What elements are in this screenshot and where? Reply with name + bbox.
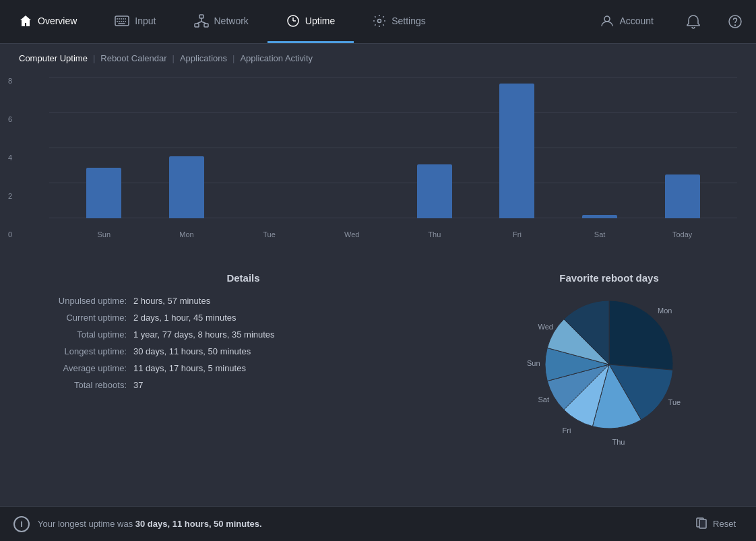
- bar-group-fri: [476, 84, 559, 218]
- pie-title: Favorite reboot days: [559, 272, 659, 284]
- y-label-0: 0: [8, 230, 15, 238]
- detail-label-0: Unpulsed uptime:: [32, 296, 127, 306]
- settings-icon: [373, 14, 386, 28]
- nav-help-button[interactable]: [714, 0, 756, 43]
- nav-overview-label: Overview: [38, 15, 77, 26]
- bar-sun: [86, 168, 121, 218]
- x-labels: SunMonTueWedThuFriSatToday: [49, 230, 737, 238]
- reset-icon: [695, 517, 707, 532]
- chart-area: SunMonTueWedThuFriSatToday: [49, 77, 737, 238]
- svg-line-16: [197, 22, 201, 24]
- keyboard-icon: [115, 15, 129, 26]
- svg-point-22: [604, 16, 610, 22]
- breadcrumb-item-0[interactable]: Computer Uptime: [19, 53, 88, 63]
- nav-notify-button[interactable]: [672, 0, 714, 43]
- bar-thu: [417, 164, 452, 218]
- svg-rect-14: [204, 24, 208, 27]
- detail-value-1: 2 days, 1 hour, 45 minutes: [133, 313, 236, 323]
- detail-label-3: Longest uptime:: [32, 346, 127, 356]
- detail-label-1: Current uptime:: [32, 313, 127, 323]
- home-icon: [19, 14, 32, 28]
- nav-settings-label: Settings: [391, 15, 426, 26]
- x-label-fri: Fri: [476, 230, 559, 238]
- nav-input[interactable]: Input: [96, 0, 175, 43]
- nav-uptime[interactable]: Uptime: [267, 0, 354, 43]
- x-label-tue: Tue: [228, 230, 311, 238]
- nav-network[interactable]: Network: [175, 0, 267, 43]
- nav-overview[interactable]: Overview: [0, 0, 96, 43]
- top-nav: Overview Input: [0, 0, 756, 44]
- svg-line-17: [201, 22, 206, 24]
- svg-rect-12: [199, 15, 203, 18]
- breadcrumb-item-2[interactable]: Applications: [180, 53, 227, 63]
- pie-label-sat: Sat: [538, 395, 549, 404]
- detail-row-3: Longest uptime:30 days, 11 hours, 50 min…: [32, 346, 454, 356]
- bar-fri: [499, 84, 534, 218]
- detail-value-2: 1 year, 77 days, 8 hours, 35 minutes: [133, 329, 275, 340]
- x-label-thu: Thu: [393, 230, 476, 238]
- detail-row-4: Average uptime:11 days, 17 hours, 5 minu…: [32, 363, 454, 373]
- breadcrumb-sep-2: |: [232, 53, 234, 63]
- detail-label-4: Average uptime:: [32, 363, 127, 373]
- detail-row-1: Current uptime:2 days, 1 hour, 45 minute…: [32, 313, 454, 323]
- y-axis: 8 6 4 2 0: [0, 77, 15, 238]
- network-icon: [194, 14, 209, 28]
- nav-input-label: Input: [135, 15, 156, 26]
- pie-label-wed: Wed: [538, 323, 553, 331]
- detail-row-5: Total reboots:37: [32, 380, 454, 390]
- nav-right: Account: [581, 0, 756, 43]
- reset-label: Reset: [713, 519, 736, 529]
- main-content: 8 6 4 2 0 SunMonTueWedThuFriSatToday: [0, 70, 756, 506]
- pie-chart: TueMonThuFriSatSunWed: [535, 290, 683, 439]
- detail-label-5: Total reboots:: [32, 380, 127, 390]
- pie-label-thu: Thu: [612, 438, 625, 446]
- breadcrumb-sep-0: |: [93, 53, 95, 63]
- y-label-4: 4: [8, 154, 15, 162]
- svg-rect-26: [699, 519, 706, 528]
- svg-point-21: [378, 19, 381, 22]
- pie-label-fri: Fri: [563, 426, 571, 435]
- svg-point-24: [735, 25, 736, 26]
- detail-value-5: 37: [133, 380, 143, 390]
- info-icon: i: [13, 516, 30, 532]
- footer-text-bold: 30 days, 11 hours, 50 minutes.: [135, 519, 262, 529]
- footer-text-static: Your longest uptime was: [38, 519, 135, 529]
- uptime-icon: [286, 14, 300, 28]
- detail-value-4: 11 days, 17 hours, 5 minutes: [133, 363, 246, 373]
- breadcrumb: Computer Uptime | Reboot Calendar | Appl…: [0, 44, 756, 70]
- pie-panel: Favorite reboot days TueMonThuFriSatSunW…: [481, 265, 737, 499]
- nav-settings[interactable]: Settings: [354, 0, 445, 43]
- breadcrumb-item-3[interactable]: Application Activity: [240, 53, 313, 63]
- nav-account[interactable]: Account: [581, 0, 672, 43]
- x-label-wed: Wed: [311, 230, 393, 238]
- detail-value-3: 30 days, 11 hours, 50 minutes: [133, 346, 251, 356]
- bars-row: [49, 77, 737, 218]
- nav-network-label: Network: [214, 15, 249, 26]
- x-label-today: Today: [641, 230, 724, 238]
- detail-row-2: Total uptime:1 year, 77 days, 8 hours, 3…: [32, 329, 454, 340]
- x-label-sat: Sat: [559, 230, 641, 238]
- bar-chart: 8 6 4 2 0 SunMonTueWedThuFriSatToday: [19, 77, 737, 259]
- bar-group-mon: [146, 156, 228, 219]
- bar-sat: [582, 215, 617, 218]
- svg-rect-13: [195, 24, 199, 27]
- details-rows: Unpulsed uptime:2 hours, 57 minutesCurre…: [32, 296, 454, 390]
- breadcrumb-item-1[interactable]: Reboot Calendar: [100, 53, 166, 63]
- pie-label-sun: Sun: [527, 359, 540, 367]
- pie-label-tue: Tue: [668, 398, 681, 406]
- pie-label-mon: Mon: [658, 307, 672, 315]
- reset-button[interactable]: Reset: [689, 514, 743, 534]
- bar-group-thu: [393, 164, 476, 218]
- footer-text: Your longest uptime was 30 days, 11 hour…: [38, 519, 681, 529]
- bar-today: [665, 174, 700, 218]
- nav-uptime-label: Uptime: [305, 15, 335, 26]
- bar-group-sat: [559, 215, 641, 218]
- bar-group-sun: [63, 168, 146, 218]
- bar-group-today: [641, 174, 724, 218]
- nav-account-label: Account: [619, 15, 654, 26]
- x-label-mon: Mon: [146, 230, 228, 238]
- y-label-2: 2: [8, 192, 15, 200]
- y-label-8: 8: [8, 77, 15, 85]
- detail-label-2: Total uptime:: [32, 329, 127, 340]
- footer: i Your longest uptime was 30 days, 11 ho…: [0, 506, 756, 541]
